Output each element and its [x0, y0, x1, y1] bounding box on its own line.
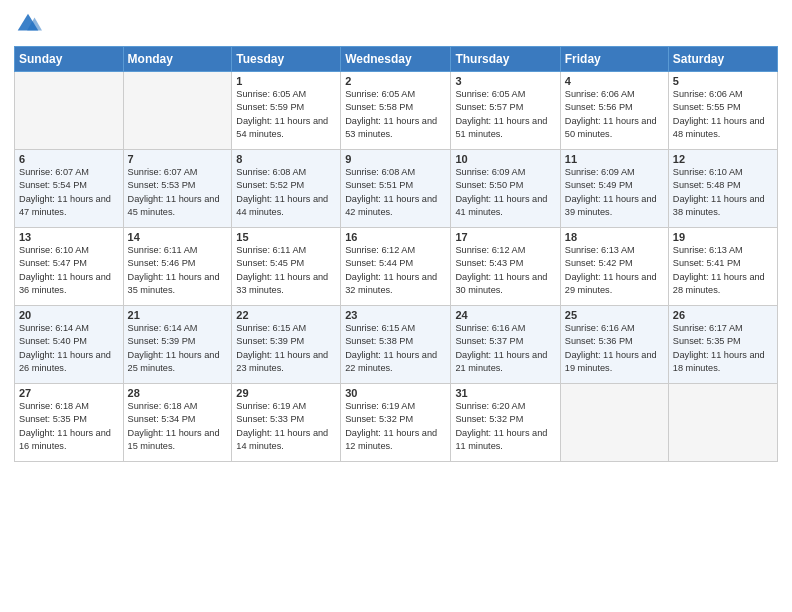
day-number: 30 — [345, 387, 446, 399]
day-number: 16 — [345, 231, 446, 243]
calendar-cell: 7Sunrise: 6:07 AMSunset: 5:53 PMDaylight… — [123, 150, 232, 228]
day-number: 2 — [345, 75, 446, 87]
day-number: 6 — [19, 153, 119, 165]
calendar-cell: 18Sunrise: 6:13 AMSunset: 5:42 PMDayligh… — [560, 228, 668, 306]
day-info: Sunrise: 6:10 AMSunset: 5:47 PMDaylight:… — [19, 244, 119, 297]
day-number: 21 — [128, 309, 228, 321]
day-info: Sunrise: 6:15 AMSunset: 5:38 PMDaylight:… — [345, 322, 446, 375]
day-info: Sunrise: 6:06 AMSunset: 5:56 PMDaylight:… — [565, 88, 664, 141]
day-info: Sunrise: 6:08 AMSunset: 5:51 PMDaylight:… — [345, 166, 446, 219]
day-number: 10 — [455, 153, 555, 165]
calendar-cell: 5Sunrise: 6:06 AMSunset: 5:55 PMDaylight… — [668, 72, 777, 150]
day-info: Sunrise: 6:07 AMSunset: 5:54 PMDaylight:… — [19, 166, 119, 219]
calendar-table: SundayMondayTuesdayWednesdayThursdayFrid… — [14, 46, 778, 462]
logo — [14, 10, 44, 38]
day-info: Sunrise: 6:06 AMSunset: 5:55 PMDaylight:… — [673, 88, 773, 141]
calendar-cell: 2Sunrise: 6:05 AMSunset: 5:58 PMDaylight… — [341, 72, 451, 150]
page: SundayMondayTuesdayWednesdayThursdayFrid… — [0, 0, 792, 612]
day-number: 1 — [236, 75, 336, 87]
header — [14, 10, 778, 38]
day-number: 26 — [673, 309, 773, 321]
day-info: Sunrise: 6:08 AMSunset: 5:52 PMDaylight:… — [236, 166, 336, 219]
calendar-cell: 3Sunrise: 6:05 AMSunset: 5:57 PMDaylight… — [451, 72, 560, 150]
day-info: Sunrise: 6:12 AMSunset: 5:44 PMDaylight:… — [345, 244, 446, 297]
day-info: Sunrise: 6:05 AMSunset: 5:57 PMDaylight:… — [455, 88, 555, 141]
day-number: 20 — [19, 309, 119, 321]
day-number: 9 — [345, 153, 446, 165]
day-number: 23 — [345, 309, 446, 321]
day-number: 19 — [673, 231, 773, 243]
week-row-2: 6Sunrise: 6:07 AMSunset: 5:54 PMDaylight… — [15, 150, 778, 228]
day-number: 24 — [455, 309, 555, 321]
day-number: 7 — [128, 153, 228, 165]
day-info: Sunrise: 6:13 AMSunset: 5:41 PMDaylight:… — [673, 244, 773, 297]
calendar-cell: 16Sunrise: 6:12 AMSunset: 5:44 PMDayligh… — [341, 228, 451, 306]
day-number: 12 — [673, 153, 773, 165]
day-info: Sunrise: 6:17 AMSunset: 5:35 PMDaylight:… — [673, 322, 773, 375]
calendar-cell: 14Sunrise: 6:11 AMSunset: 5:46 PMDayligh… — [123, 228, 232, 306]
calendar-cell: 31Sunrise: 6:20 AMSunset: 5:32 PMDayligh… — [451, 384, 560, 462]
day-info: Sunrise: 6:07 AMSunset: 5:53 PMDaylight:… — [128, 166, 228, 219]
day-number: 13 — [19, 231, 119, 243]
calendar-cell: 23Sunrise: 6:15 AMSunset: 5:38 PMDayligh… — [341, 306, 451, 384]
day-number: 8 — [236, 153, 336, 165]
week-row-1: 1Sunrise: 6:05 AMSunset: 5:59 PMDaylight… — [15, 72, 778, 150]
day-info: Sunrise: 6:11 AMSunset: 5:46 PMDaylight:… — [128, 244, 228, 297]
calendar-cell — [560, 384, 668, 462]
calendar-cell: 12Sunrise: 6:10 AMSunset: 5:48 PMDayligh… — [668, 150, 777, 228]
calendar-cell: 21Sunrise: 6:14 AMSunset: 5:39 PMDayligh… — [123, 306, 232, 384]
week-row-4: 20Sunrise: 6:14 AMSunset: 5:40 PMDayligh… — [15, 306, 778, 384]
day-number: 27 — [19, 387, 119, 399]
week-row-3: 13Sunrise: 6:10 AMSunset: 5:47 PMDayligh… — [15, 228, 778, 306]
day-info: Sunrise: 6:11 AMSunset: 5:45 PMDaylight:… — [236, 244, 336, 297]
calendar-cell: 1Sunrise: 6:05 AMSunset: 5:59 PMDaylight… — [232, 72, 341, 150]
day-number: 29 — [236, 387, 336, 399]
weekday-monday: Monday — [123, 47, 232, 72]
day-info: Sunrise: 6:13 AMSunset: 5:42 PMDaylight:… — [565, 244, 664, 297]
calendar-cell: 22Sunrise: 6:15 AMSunset: 5:39 PMDayligh… — [232, 306, 341, 384]
calendar-cell: 27Sunrise: 6:18 AMSunset: 5:35 PMDayligh… — [15, 384, 124, 462]
calendar-cell: 28Sunrise: 6:18 AMSunset: 5:34 PMDayligh… — [123, 384, 232, 462]
weekday-friday: Friday — [560, 47, 668, 72]
day-number: 18 — [565, 231, 664, 243]
calendar-cell: 13Sunrise: 6:10 AMSunset: 5:47 PMDayligh… — [15, 228, 124, 306]
day-number: 14 — [128, 231, 228, 243]
weekday-header-row: SundayMondayTuesdayWednesdayThursdayFrid… — [15, 47, 778, 72]
week-row-5: 27Sunrise: 6:18 AMSunset: 5:35 PMDayligh… — [15, 384, 778, 462]
day-info: Sunrise: 6:19 AMSunset: 5:32 PMDaylight:… — [345, 400, 446, 453]
day-number: 28 — [128, 387, 228, 399]
calendar-cell: 11Sunrise: 6:09 AMSunset: 5:49 PMDayligh… — [560, 150, 668, 228]
day-info: Sunrise: 6:20 AMSunset: 5:32 PMDaylight:… — [455, 400, 555, 453]
day-info: Sunrise: 6:09 AMSunset: 5:50 PMDaylight:… — [455, 166, 555, 219]
day-number: 31 — [455, 387, 555, 399]
weekday-sunday: Sunday — [15, 47, 124, 72]
weekday-tuesday: Tuesday — [232, 47, 341, 72]
day-info: Sunrise: 6:16 AMSunset: 5:36 PMDaylight:… — [565, 322, 664, 375]
day-info: Sunrise: 6:19 AMSunset: 5:33 PMDaylight:… — [236, 400, 336, 453]
day-info: Sunrise: 6:09 AMSunset: 5:49 PMDaylight:… — [565, 166, 664, 219]
day-info: Sunrise: 6:12 AMSunset: 5:43 PMDaylight:… — [455, 244, 555, 297]
calendar-cell: 4Sunrise: 6:06 AMSunset: 5:56 PMDaylight… — [560, 72, 668, 150]
day-number: 11 — [565, 153, 664, 165]
day-number: 3 — [455, 75, 555, 87]
weekday-thursday: Thursday — [451, 47, 560, 72]
day-info: Sunrise: 6:16 AMSunset: 5:37 PMDaylight:… — [455, 322, 555, 375]
calendar-cell: 8Sunrise: 6:08 AMSunset: 5:52 PMDaylight… — [232, 150, 341, 228]
day-number: 25 — [565, 309, 664, 321]
day-number: 5 — [673, 75, 773, 87]
day-info: Sunrise: 6:18 AMSunset: 5:35 PMDaylight:… — [19, 400, 119, 453]
day-info: Sunrise: 6:14 AMSunset: 5:40 PMDaylight:… — [19, 322, 119, 375]
calendar-cell: 6Sunrise: 6:07 AMSunset: 5:54 PMDaylight… — [15, 150, 124, 228]
day-number: 15 — [236, 231, 336, 243]
day-info: Sunrise: 6:10 AMSunset: 5:48 PMDaylight:… — [673, 166, 773, 219]
calendar-cell: 29Sunrise: 6:19 AMSunset: 5:33 PMDayligh… — [232, 384, 341, 462]
calendar-cell: 10Sunrise: 6:09 AMSunset: 5:50 PMDayligh… — [451, 150, 560, 228]
calendar-cell: 24Sunrise: 6:16 AMSunset: 5:37 PMDayligh… — [451, 306, 560, 384]
weekday-saturday: Saturday — [668, 47, 777, 72]
calendar-cell — [123, 72, 232, 150]
calendar-cell: 20Sunrise: 6:14 AMSunset: 5:40 PMDayligh… — [15, 306, 124, 384]
day-info: Sunrise: 6:15 AMSunset: 5:39 PMDaylight:… — [236, 322, 336, 375]
day-number: 4 — [565, 75, 664, 87]
day-number: 17 — [455, 231, 555, 243]
day-number: 22 — [236, 309, 336, 321]
